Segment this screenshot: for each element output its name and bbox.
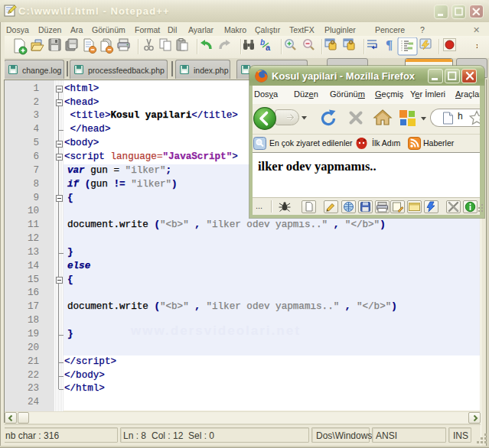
svg-text:»: » bbox=[476, 40, 478, 51]
svg-text:¶: ¶ bbox=[386, 37, 393, 52]
svg-text:b: b bbox=[260, 38, 265, 47]
